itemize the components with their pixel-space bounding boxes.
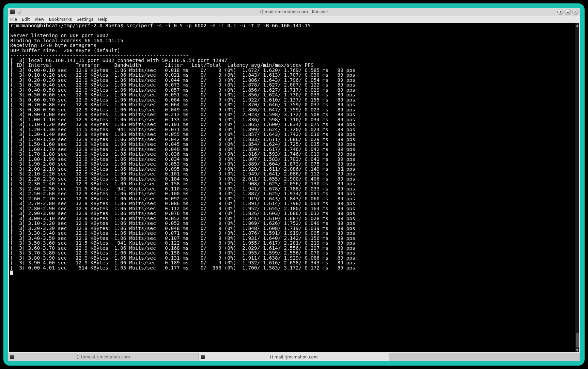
menu-help[interactable]: Help [98, 17, 107, 22]
tab-mail[interactable]: () mail.rjmcmahon.com [199, 353, 389, 361]
minimize-button[interactable]: ▾ [557, 9, 563, 15]
tab-label: () tomcat.rjmcmahon.com [77, 355, 130, 359]
tabbar: () tomcat.rjmcmahon.com () mail.rjmcmaho… [8, 353, 580, 361]
scroll-up-icon[interactable]: ▲ [575, 23, 579, 27]
session-indicator-icon [17, 10, 21, 14]
tab-empty[interactable] [389, 353, 580, 361]
tab-tomcat[interactable]: () tomcat.rjmcmahon.com [8, 353, 199, 361]
app-icon [10, 10, 15, 14]
text-cursor-icon: I [341, 165, 345, 172]
scroll-down-icon[interactable]: ▼ [575, 348, 579, 352]
scroll-thumb[interactable] [576, 333, 579, 348]
titlebar: () mail.rjmcmahon.com - Konsole ▾ ▴ × [8, 8, 580, 16]
terminal-icon [10, 355, 14, 359]
terminal-icon [201, 355, 205, 359]
menubar: File Edit View Bookmarks Settings Help [8, 16, 580, 23]
scrollbar[interactable]: ▲ ▼ [575, 23, 579, 352]
terminal-output[interactable]: rjmcmahon@bibcat:/tmp/iperf-2.0.8beta$ s… [10, 23, 575, 352]
terminal-area[interactable]: rjmcmahon@bibcat:/tmp/iperf-2.0.8beta$ s… [9, 23, 579, 352]
close-button[interactable]: × [572, 9, 578, 15]
tab-label: () mail.rjmcmahon.com [270, 355, 318, 359]
menu-edit[interactable]: Edit [22, 17, 30, 22]
menu-view[interactable]: View [34, 17, 44, 22]
konsole-window: () mail.rjmcmahon.com - Konsole ▾ ▴ × Fi… [8, 8, 580, 361]
window-title: () mail.rjmcmahon.com - Konsole [8, 10, 580, 14]
menu-settings[interactable]: Settings [77, 17, 93, 22]
menu-bookmarks[interactable]: Bookmarks [49, 17, 72, 22]
maximize-button[interactable]: ▴ [565, 9, 571, 15]
menu-file[interactable]: File [10, 17, 17, 22]
